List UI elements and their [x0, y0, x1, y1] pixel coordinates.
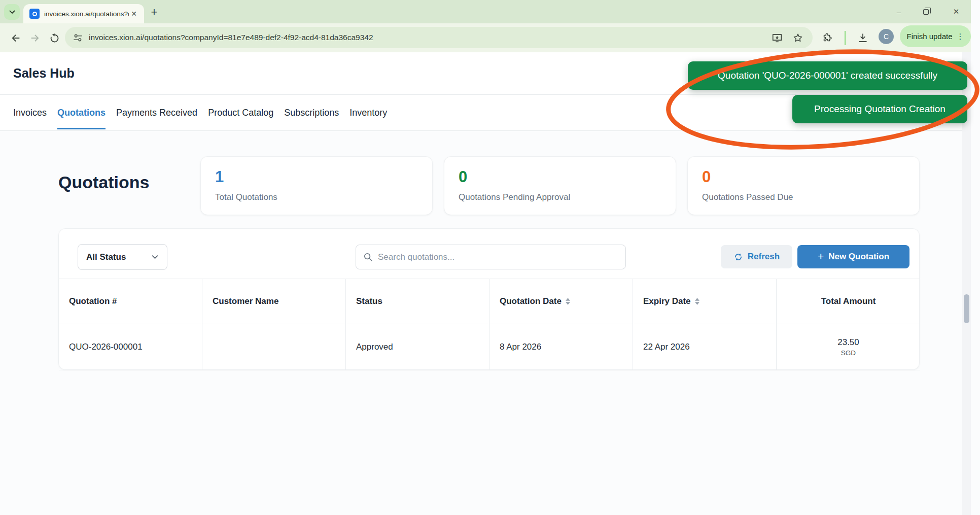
nav-item-subscriptions[interactable]: Subscriptions	[284, 96, 339, 129]
puzzle-icon	[822, 32, 833, 44]
install-desktop-icon	[772, 32, 783, 44]
column-header-status: Status	[346, 279, 489, 324]
stat-value: 0	[702, 168, 905, 186]
url-text[interactable]: invoices.xion.ai/quotations?companyId=81…	[89, 33, 804, 42]
cell-status: Approved	[346, 324, 489, 370]
toolbar-separator	[845, 31, 846, 45]
refresh-icon	[733, 252, 743, 262]
finish-update-button[interactable]: Finish update ⋮	[900, 25, 971, 47]
quotations-panel: All Status Refresh + New Quotation Quota…	[58, 228, 920, 370]
new-quotation-label: New Quotation	[828, 252, 889, 262]
window-restore-button[interactable]	[917, 5, 934, 19]
column-header-customer-name: Customer Name	[202, 279, 346, 324]
amount-value: 23.50	[837, 337, 859, 348]
cell-quotation-number: QUO-2026-000001	[59, 324, 202, 370]
extensions-button[interactable]	[820, 30, 835, 46]
stat-label: Quotations Pending Approval	[459, 192, 661, 202]
quotations-table: Quotation # Customer Name Status Quotati…	[59, 279, 920, 370]
sort-icon[interactable]	[695, 298, 699, 305]
forward-arrow-icon	[29, 32, 41, 44]
download-icon	[857, 32, 868, 44]
status-filter-select[interactable]: All Status	[78, 244, 167, 270]
window-minimize-button[interactable]: –	[890, 5, 907, 19]
nav-item-inventory[interactable]: Inventory	[349, 96, 387, 129]
sort-icon[interactable]	[566, 298, 570, 305]
reload-icon	[49, 33, 60, 44]
tab-search-button[interactable]	[4, 4, 20, 20]
scrollbar-thumb[interactable]	[964, 294, 969, 323]
stat-card-total-quotations: 1 Total Quotations	[200, 156, 433, 215]
tab-title: invoices.xion.ai/quotations?com	[44, 10, 129, 18]
finish-update-label: Finish update	[906, 32, 952, 41]
refresh-label: Refresh	[748, 252, 780, 262]
nav-item-product-catalog[interactable]: Product Catalog	[208, 96, 273, 129]
page-title: Quotations	[58, 156, 200, 215]
new-tab-button[interactable]: +	[147, 5, 161, 19]
chevron-down-icon	[151, 253, 159, 261]
back-arrow-icon	[10, 32, 21, 44]
table-row[interactable]: QUO-2026-000001 Approved 8 Apr 2026 22 A…	[59, 324, 920, 370]
column-header-expiry-date[interactable]: Expiry Date	[633, 279, 777, 324]
column-header-total-amount: Total Amount	[777, 279, 920, 324]
table-header-row: Quotation # Customer Name Status Quotati…	[59, 279, 920, 324]
column-label: Expiry Date	[643, 296, 691, 306]
browser-tab[interactable]: invoices.xion.ai/quotations?com ✕	[23, 4, 144, 23]
amount-currency: SGD	[841, 349, 856, 357]
search-input[interactable]	[378, 252, 618, 262]
site-favicon-icon	[29, 9, 40, 19]
chevron-down-icon	[9, 9, 16, 16]
profile-avatar[interactable]: C	[879, 29, 894, 44]
reload-button[interactable]	[47, 30, 62, 46]
window-close-button[interactable]: ✕	[948, 5, 965, 19]
cell-total-amount: 23.50 SGD	[777, 324, 920, 370]
toast-processing-quotation[interactable]: Processing Quotation Creation	[792, 95, 967, 123]
stat-card-pending-approval: 0 Quotations Pending Approval	[444, 156, 676, 215]
stat-label: Total Quotations	[215, 192, 418, 202]
nav-item-quotations[interactable]: Quotations	[57, 96, 106, 129]
restore-icon	[923, 9, 929, 15]
tab-close-icon[interactable]: ✕	[129, 9, 139, 19]
column-label: Quotation Date	[500, 296, 562, 306]
cell-customer-name	[202, 324, 346, 370]
refresh-button[interactable]: Refresh	[721, 245, 792, 268]
toast-quotation-created[interactable]: Quotation 'QUO-2026-000001' created succ…	[688, 61, 967, 90]
stat-label: Quotations Passed Due	[702, 192, 905, 202]
search-box[interactable]	[356, 245, 626, 269]
new-quotation-button[interactable]: + New Quotation	[797, 245, 909, 268]
nav-item-invoices[interactable]: Invoices	[13, 96, 47, 129]
bookmark-button[interactable]	[790, 30, 806, 46]
column-header-quotation-number: Quotation #	[59, 279, 202, 324]
app-title: Sales Hub	[13, 66, 75, 81]
browser-menu-icon[interactable]: ⋮	[957, 32, 964, 41]
status-filter-value: All Status	[86, 252, 126, 262]
site-settings-icon	[73, 33, 83, 43]
cell-expiry-date: 22 Apr 2026	[633, 324, 777, 370]
stat-card-passed-due: 0 Quotations Passed Due	[687, 156, 920, 215]
cell-quotation-date: 8 Apr 2026	[489, 324, 633, 370]
stat-value: 0	[459, 168, 661, 186]
forward-button[interactable]	[27, 30, 43, 46]
search-icon	[363, 252, 373, 262]
nav-item-payments-received[interactable]: Payments Received	[116, 96, 197, 129]
column-header-quotation-date[interactable]: Quotation Date	[489, 279, 633, 324]
browser-tab-strip: invoices.xion.ai/quotations?com ✕ + – ✕	[0, 0, 971, 23]
stat-value: 1	[215, 168, 418, 186]
address-bar[interactable]: invoices.xion.ai/quotations?companyId=81…	[65, 27, 813, 48]
back-button[interactable]	[8, 30, 23, 46]
downloads-button[interactable]	[855, 30, 870, 46]
screenshot-root: invoices.xion.ai/quotations?com ✕ + – ✕ …	[0, 0, 980, 515]
install-app-button[interactable]	[769, 30, 785, 46]
star-icon	[792, 32, 803, 44]
plus-icon: +	[818, 250, 824, 262]
